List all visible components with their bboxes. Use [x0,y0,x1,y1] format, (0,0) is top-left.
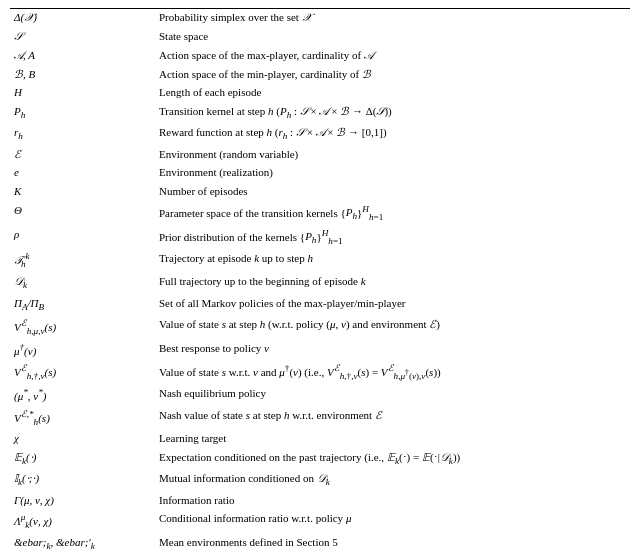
symbol-cell: ℰ [10,145,155,164]
description-cell: Prior distribution of the kernels {Ph}Hh… [155,225,630,249]
symbol-cell: 𝒯hk [10,249,155,273]
description-cell: Length of each episode [155,84,630,103]
symbol-cell: Δ(𝒳) [10,9,155,28]
symbol-cell: (μ*, ν*) [10,385,155,406]
description-cell: Trajectory at episode k up to step h [155,249,630,273]
description-cell: Reward function at step h (rh : 𝒮 × 𝒜 × … [155,124,630,145]
table-row: 𝒜, AAction space of the max-player, card… [10,46,630,65]
symbol-cell: χ [10,430,155,449]
table-row: 𝒯hkTrajectory at episode k up to step h [10,249,630,273]
table-row: ΠA/ΠBSet of all Markov policies of the m… [10,294,630,315]
symbol-cell: &ebar;k, &ebar;'k [10,534,155,555]
description-cell: Probability simplex over the set 𝒳 [155,9,630,28]
symbol-cell: ΠA/ΠB [10,294,155,315]
table-row: ΘParameter space of the transition kerne… [10,201,630,225]
symbol-cell: 𝒜, A [10,46,155,65]
symbol-cell: H [10,84,155,103]
description-cell: Mutual information conditioned on 𝒟k [155,470,630,491]
description-cell: Value of state s w.r.t. ν and μ†(ν) (i.e… [155,361,630,385]
table-row: Vℰh,μ,ν(s)Value of state s at step h (w.… [10,316,630,340]
description-cell: Number of episodes [155,183,630,202]
symbol-cell: Λμk(ν, χ) [10,510,155,534]
description-cell: Transition kernel at step h (Ph : 𝒮 × 𝒜 … [155,103,630,124]
description-cell: Environment (realization) [155,164,630,183]
description-cell: State space [155,28,630,47]
description-cell: Parameter space of the transition kernel… [155,201,630,225]
symbol-cell: rh [10,124,155,145]
description-cell: Expectation conditioned on the past traj… [155,449,630,470]
description-cell: Environment (random variable) [155,145,630,164]
table-row: KNumber of episodes [10,183,630,202]
description-cell: Action space of the min-player, cardinal… [155,65,630,84]
table-row: &ebar;k, &ebar;'kMean environments defin… [10,534,630,555]
table-row: eEnvironment (realization) [10,164,630,183]
symbol-cell: Θ [10,201,155,225]
table-row: ℬ, BAction space of the min-player, card… [10,65,630,84]
symbol-cell: 𝕀k(⋅;⋅) [10,470,155,491]
table-row: 𝒮State space [10,28,630,47]
symbol-cell: Vℰh,μ,ν(s) [10,316,155,340]
table-row: μ†(ν)Best response to policy ν [10,340,630,361]
table-row: ρPrior distribution of the kernels {Ph}H… [10,225,630,249]
description-cell: Nash value of state s at step h w.r.t. e… [155,406,630,430]
description-cell: Value of state s at step h (w.r.t. polic… [155,316,630,340]
table-row: 𝕀k(⋅;⋅)Mutual information conditioned on… [10,470,630,491]
table-row: (μ*, ν*)Nash equilibrium policy [10,385,630,406]
table-row: χLearning target [10,430,630,449]
symbol-cell: μ†(ν) [10,340,155,361]
notation-table: Δ(𝒳)Probability simplex over the set 𝒳𝒮S… [10,8,630,558]
description-cell: Nash equilibrium policy [155,385,630,406]
symbol-cell: 𝒮 [10,28,155,47]
table-row: 𝔼k(⋅)Expectation conditioned on the past… [10,449,630,470]
table-row: PhTransition kernel at step h (Ph : 𝒮 × … [10,103,630,124]
table-row: ℰEnvironment (random variable) [10,145,630,164]
description-cell: Learning target [155,430,630,449]
symbol-cell: Γ(μ, ν, χ) [10,491,155,510]
description-cell: Mean environments defined in Section 5 [155,534,630,555]
symbol-cell: K [10,183,155,202]
description-cell: Best response to policy ν [155,340,630,361]
table-row: Vℰh,†,ν(s)Value of state s w.r.t. ν and … [10,361,630,385]
description-cell: Conditional information ratio w.r.t. pol… [155,510,630,534]
table-row: Vℰ,*h(s)Nash value of state s at step h … [10,406,630,430]
description-cell: Full trajectory up to the beginning of e… [155,273,630,294]
symbol-cell: ρ [10,225,155,249]
symbol-cell: ℬ, B [10,65,155,84]
table-row: rhReward function at step h (rh : 𝒮 × 𝒜 … [10,124,630,145]
description-cell: Information ratio [155,491,630,510]
symbol-cell: 𝒟k [10,273,155,294]
description-cell: Set of all Markov policies of the max-pl… [155,294,630,315]
symbol-cell: Vℰ,*h(s) [10,406,155,430]
table-row: HLength of each episode [10,84,630,103]
symbol-cell: e [10,164,155,183]
symbol-cell: Ph [10,103,155,124]
description-cell: Action space of the max-player, cardinal… [155,46,630,65]
table-row: Λμk(ν, χ)Conditional information ratio w… [10,510,630,534]
table-row: 𝒟kFull trajectory up to the beginning of… [10,273,630,294]
symbol-cell: Vℰh,†,ν(s) [10,361,155,385]
main-container: Δ(𝒳)Probability simplex over the set 𝒳𝒮S… [0,0,640,558]
table-row: Γ(μ, ν, χ)Information ratio [10,491,630,510]
symbol-cell: 𝔼k(⋅) [10,449,155,470]
table-row: Δ(𝒳)Probability simplex over the set 𝒳 [10,9,630,28]
